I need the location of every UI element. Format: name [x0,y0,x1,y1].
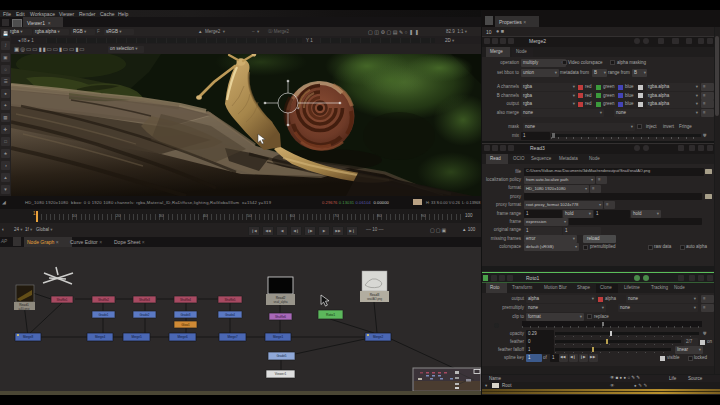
svg-text:Merge8: Merge8 [23,335,34,339]
svg-text:Grade2: Grade2 [139,313,149,317]
svg-text:snailAO.png: snailAO.png [367,297,383,301]
svg-text:Shuffle5: Shuffle5 [225,298,236,302]
svg-text:Grade4: Grade4 [225,313,235,317]
svg-text:Shuffle3: Shuffle3 [139,298,150,302]
svg-text:Grade1: Grade1 [98,313,108,317]
svg-text:Merge7: Merge7 [227,335,238,339]
svg-text:Viewer1: Viewer1 [275,372,287,376]
svg-text:Shuffle1: Shuffle1 [57,298,68,302]
svg-text:Shuffle2: Shuffle2 [98,298,109,302]
svg-text:Grade3: Grade3 [180,313,190,317]
svg-text:Merge4: Merge4 [95,335,106,339]
svg-text:snail_alpha: snail_alpha [273,300,288,304]
svg-text:Grade5: Grade5 [276,354,286,358]
svg-text:Shuffle4: Shuffle4 [180,298,191,302]
svg-text:Shuffle6: Shuffle6 [275,315,286,319]
svg-text:Merge6: Merge6 [177,335,188,339]
svg-text:a40.png: a40.png [19,307,30,311]
svg-text:Roto1: Roto1 [326,313,335,317]
svg-text:Merge2: Merge2 [373,335,384,339]
svg-text:Glow1: Glow1 [181,323,190,327]
svg-text:Merge5: Merge5 [131,335,142,339]
svg-text:Merge1: Merge1 [273,335,284,339]
